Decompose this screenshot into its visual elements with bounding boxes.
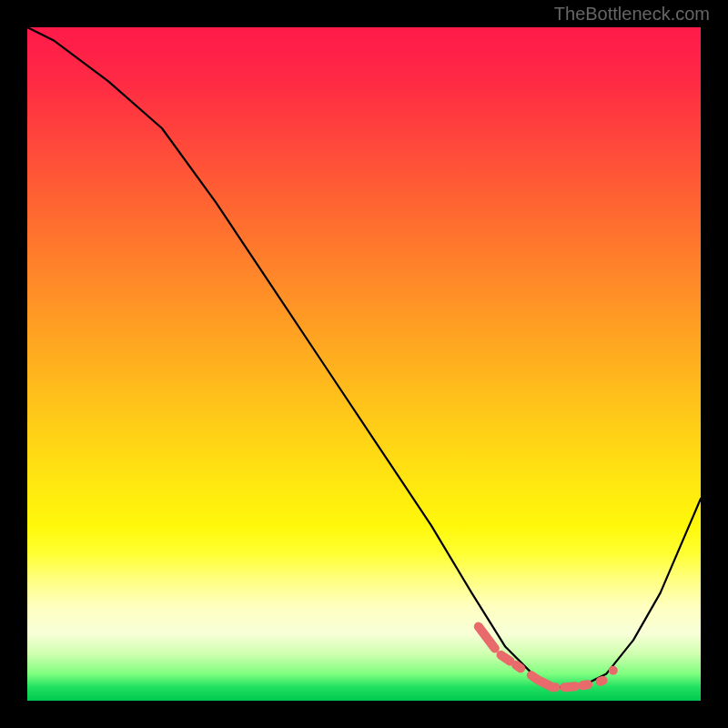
- watermark-text: TheBottleneck.com: [554, 4, 710, 25]
- chart-svg: [27, 27, 701, 701]
- bottleneck-curve-path: [27, 27, 701, 687]
- chart-plot-area: [27, 27, 701, 701]
- highlight-dot: [609, 666, 618, 675]
- highlight-segment-path: [479, 627, 603, 688]
